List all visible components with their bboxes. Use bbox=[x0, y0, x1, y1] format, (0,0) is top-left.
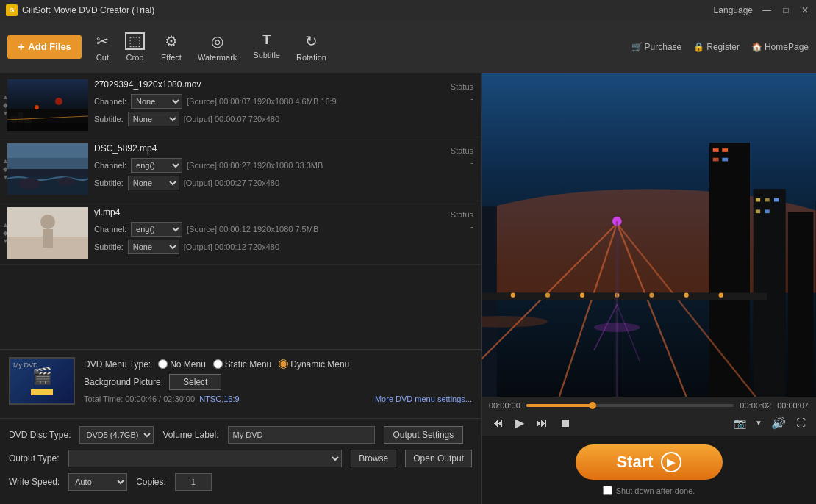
static-menu-option[interactable]: Static Menu bbox=[213, 359, 271, 370]
subtitle-row: Subtitle: None [Output] 00:00:07 720x480 bbox=[94, 112, 473, 126]
disc-type-select[interactable]: DVD5 (4.7GB) bbox=[79, 426, 154, 444]
screenshot-dropdown[interactable]: ▼ bbox=[754, 419, 764, 427]
dvd-strip bbox=[31, 389, 53, 395]
svg-point-63 bbox=[649, 293, 654, 298]
output-type-label: Output Type: bbox=[9, 453, 60, 464]
city-scene-bg bbox=[482, 73, 816, 397]
bg-picture-row: Background Picture: Select bbox=[84, 374, 472, 390]
total-time-row: Total Time: 00:00:46 / 02:30:00 , NTSC ,… bbox=[84, 395, 472, 403]
register-button[interactable]: 🔒 Register bbox=[693, 42, 740, 52]
tool-cut[interactable]: ✂ Cut bbox=[96, 32, 109, 62]
forward-button[interactable]: ⏭ bbox=[533, 415, 551, 431]
no-menu-option[interactable]: No Menu bbox=[158, 359, 206, 370]
shutdown-checkbox[interactable] bbox=[603, 486, 612, 495]
progress-track[interactable] bbox=[526, 404, 734, 407]
svg-rect-38 bbox=[713, 148, 719, 152]
add-files-button[interactable]: + Add Files bbox=[7, 35, 82, 59]
time-start-label: 00:00:00 bbox=[489, 401, 520, 410]
purchase-button[interactable]: 🛒 Purchase bbox=[631, 42, 682, 52]
left-panel: ▲◆▼ bbox=[0, 73, 482, 504]
start-button[interactable]: Start ▶ bbox=[576, 444, 723, 480]
ratio-link[interactable]: 16:9 bbox=[223, 395, 239, 403]
static-menu-radio[interactable] bbox=[213, 359, 223, 369]
ntsc-link[interactable]: NTSC bbox=[199, 395, 221, 403]
channel-select[interactable]: eng() bbox=[131, 222, 182, 237]
rewind-button[interactable]: ⏮ bbox=[489, 415, 507, 431]
file-info: 27029394_1920x1080.mov Channel: None [So… bbox=[94, 79, 473, 129]
watermark-label: Watermark bbox=[198, 53, 237, 62]
dynamic-menu-radio[interactable] bbox=[279, 359, 288, 369]
output-settings-button[interactable]: Output Settings bbox=[384, 426, 464, 444]
plus-icon: + bbox=[18, 40, 24, 54]
subtitle-label: Subtitle bbox=[253, 51, 280, 60]
svg-point-19 bbox=[40, 215, 55, 229]
fullscreen-button[interactable]: ⛶ bbox=[793, 416, 809, 430]
svg-rect-37 bbox=[709, 143, 750, 397]
svg-point-59 bbox=[511, 293, 515, 298]
open-output-button[interactable]: Open Output bbox=[405, 450, 472, 467]
rotation-icon: ↻ bbox=[305, 32, 318, 50]
channel-select[interactable]: None bbox=[131, 94, 182, 109]
homepage-button[interactable]: 🏠 HomePage bbox=[751, 42, 809, 52]
copies-input[interactable] bbox=[175, 473, 212, 491]
no-menu-radio[interactable] bbox=[158, 359, 168, 369]
disc-type-label: DVD Disc Type: bbox=[9, 430, 71, 440]
play-button[interactable]: ▶ bbox=[512, 414, 527, 431]
write-speed-select[interactable]: Auto 1x 2x 4x 8x bbox=[68, 473, 127, 491]
playback-buttons: ⏮ ▶ ⏭ ⏹ bbox=[489, 414, 574, 431]
channel-select[interactable]: eng() bbox=[131, 158, 182, 173]
subtitle-select[interactable]: None bbox=[128, 176, 179, 190]
maximize-button[interactable]: □ bbox=[781, 5, 791, 15]
subtitle-icon: T bbox=[262, 32, 271, 48]
tool-rotation[interactable]: ↻ Rotation bbox=[296, 32, 326, 62]
subtitle-select[interactable]: None bbox=[128, 112, 179, 126]
svg-rect-41 bbox=[722, 158, 728, 162]
right-control-buttons: 📷 ▼ 🔊 ⛶ bbox=[731, 414, 809, 431]
status-header: Status bbox=[451, 82, 473, 91]
svg-rect-50 bbox=[756, 209, 760, 213]
minimize-button[interactable]: — bbox=[762, 5, 772, 15]
source-info: [Source] 00:00:27 1920x1080 33.3MB bbox=[187, 161, 323, 170]
volume-label-input[interactable] bbox=[228, 426, 375, 444]
crop-label: Crop bbox=[126, 53, 144, 62]
bg-picture-label: Background Picture: bbox=[84, 377, 163, 387]
tool-watermark[interactable]: ◎ Watermark bbox=[198, 32, 237, 62]
language-button[interactable]: Language bbox=[714, 5, 753, 15]
channel-label: Channel: bbox=[94, 97, 126, 106]
close-button[interactable]: ✕ bbox=[800, 5, 810, 15]
tool-subtitle[interactable]: T Subtitle bbox=[253, 32, 280, 62]
video-preview bbox=[482, 73, 816, 397]
screenshot-button[interactable]: 📷 bbox=[731, 416, 749, 431]
svg-point-6 bbox=[35, 105, 39, 109]
browse-button[interactable]: Browse bbox=[351, 450, 396, 467]
subtitle-label: Subtitle: bbox=[94, 242, 124, 251]
svg-point-61 bbox=[580, 293, 584, 298]
progress-thumb bbox=[589, 402, 596, 409]
svg-rect-51 bbox=[765, 209, 769, 213]
subtitle-select[interactable]: None bbox=[128, 240, 179, 254]
start-label: Start bbox=[616, 453, 653, 472]
video-controls: 00:00:00 00:00:02 00:00:07 ⏮ ▶ ⏭ ⏹ 📷 ▼ bbox=[482, 397, 816, 436]
tool-crop[interactable]: ⬚ Crop bbox=[125, 32, 145, 62]
svg-rect-42 bbox=[754, 189, 786, 397]
toolbar-tools: ✂ Cut ⬚ Crop ⚙ Effect ◎ Watermark T Subt… bbox=[96, 32, 631, 62]
cart-icon: 🛒 bbox=[631, 42, 643, 52]
watermark-icon: ◎ bbox=[211, 32, 223, 50]
tool-effect[interactable]: ⚙ Effect bbox=[161, 32, 182, 62]
channel-label: Channel: bbox=[94, 161, 126, 170]
output-type-select[interactable] bbox=[68, 450, 343, 467]
app-title: GiliSoft Movie DVD Creator (Trial) bbox=[22, 5, 154, 15]
add-files-label: Add Files bbox=[28, 41, 71, 52]
svg-rect-20 bbox=[43, 229, 53, 248]
titlebar-controls: Language — □ ✕ bbox=[714, 5, 810, 15]
select-button[interactable]: Select bbox=[169, 374, 221, 390]
volume-label-text: Volume Label: bbox=[162, 430, 218, 440]
file-list: ▲◆▼ bbox=[0, 73, 481, 349]
status-value: - bbox=[470, 222, 473, 231]
right-panel: 00:00:00 00:00:02 00:00:07 ⏮ ▶ ⏭ ⏹ 📷 ▼ bbox=[482, 73, 816, 504]
stop-button[interactable]: ⏹ bbox=[556, 415, 574, 431]
file-item: ▲◆▼ yl.mp4 bbox=[0, 201, 481, 265]
dynamic-menu-option[interactable]: Dynamic Menu bbox=[279, 359, 349, 370]
volume-button[interactable]: 🔊 bbox=[768, 414, 789, 431]
more-settings-link[interactable]: More DVD menu settings... bbox=[375, 395, 472, 403]
